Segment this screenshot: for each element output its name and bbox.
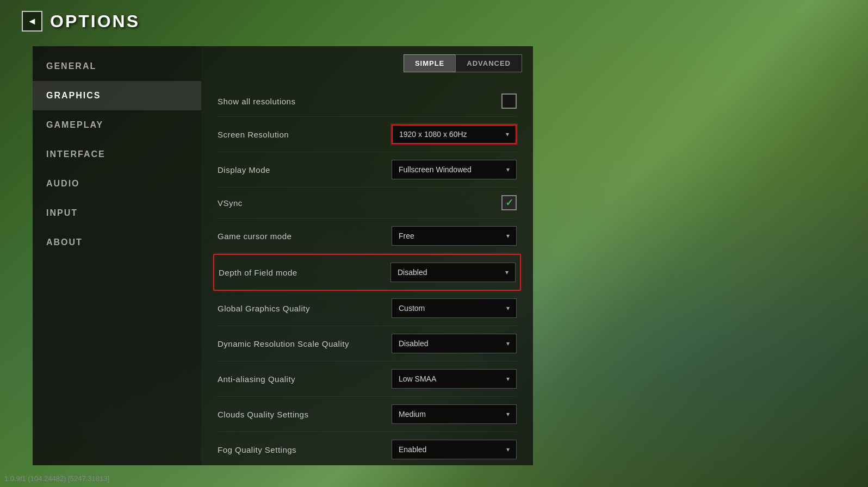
setting-row-game-cursor-mode: Game cursor modeFree▾ (218, 218, 517, 254)
setting-control-screen-resolution[interactable]: 1920 x 1080 x 60Hz▾ (392, 124, 517, 144)
setting-control-global-graphics-quality[interactable]: Custom▾ (392, 298, 517, 318)
sidebar-item-audio[interactable]: AUDIO (33, 169, 201, 198)
dropdown-value-anti-aliasing-quality: Low SMAA (399, 374, 436, 383)
setting-label-screen-resolution: Screen Resolution (218, 130, 289, 139)
setting-control-anti-aliasing-quality[interactable]: Low SMAA▾ (392, 369, 517, 389)
chevron-down-icon: ▾ (506, 232, 510, 240)
setting-control-display-mode[interactable]: Fullscreen Windowed▾ (392, 160, 517, 179)
dropdown-screen-resolution[interactable]: 1920 x 1080 x 60Hz▾ (392, 124, 517, 144)
setting-label-depth-of-field-mode: Depth of Field mode (219, 268, 297, 277)
setting-control-vsync[interactable]: ✓ (501, 195, 517, 210)
setting-label-show-all-resolutions: Show all resolutions (218, 97, 295, 106)
title-bar: ◄ OPTIONS (22, 11, 140, 32)
chevron-down-icon: ▾ (506, 410, 510, 418)
sidebar-item-gameplay[interactable]: GAMEPLAY (33, 110, 201, 140)
sidebar-item-input[interactable]: INPUT (33, 198, 201, 228)
setting-control-game-cursor-mode[interactable]: Free▾ (392, 226, 517, 246)
dropdown-global-graphics-quality[interactable]: Custom▾ (392, 298, 517, 318)
setting-row-dynamic-resolution-scale-quality: Dynamic Resolution Scale QualityDisabled… (218, 326, 517, 361)
setting-row-fog-quality-settings: Fog Quality SettingsEnabled▾ (218, 432, 517, 465)
sidebar-item-graphics[interactable]: GRAPHICS (33, 81, 201, 110)
dropdown-dynamic-resolution-scale-quality[interactable]: Disabled▾ (392, 334, 517, 353)
dropdown-clouds-quality-settings[interactable]: Medium▾ (392, 404, 517, 424)
dropdown-value-dynamic-resolution-scale-quality: Disabled (399, 339, 428, 348)
dropdown-game-cursor-mode[interactable]: Free▾ (392, 226, 517, 246)
chevron-down-icon: ▾ (506, 130, 509, 138)
back-button[interactable]: ◄ (22, 11, 42, 32)
checkmark-icon: ✓ (505, 197, 513, 209)
dropdown-fog-quality-settings[interactable]: Enabled▾ (392, 440, 517, 459)
setting-row-screen-resolution: Screen Resolution1920 x 1080 x 60Hz▾ (218, 117, 517, 152)
chevron-down-icon: ▾ (506, 375, 510, 383)
chevron-down-icon: ▾ (506, 304, 510, 312)
tab-advanced[interactable]: ADVANCED (455, 54, 522, 72)
checkbox-show-all-resolutions[interactable] (501, 93, 517, 109)
setting-label-clouds-quality-settings: Clouds Quality Settings (218, 410, 308, 419)
tab-simple[interactable]: SIMPLE (404, 54, 455, 72)
sidebar: GENERALGRAPHICSGAMEPLAYINTERFACEAUDIOINP… (33, 46, 201, 465)
sidebar-item-general[interactable]: GENERAL (33, 52, 201, 81)
chevron-down-icon: ▾ (506, 340, 510, 347)
checkbox-vsync[interactable]: ✓ (501, 195, 517, 210)
main-panel: GENERALGRAPHICSGAMEPLAYINTERFACEAUDIOINP… (33, 46, 533, 465)
dropdown-value-depth-of-field-mode: Disabled (398, 268, 427, 277)
setting-row-display-mode: Display ModeFullscreen Windowed▾ (218, 152, 517, 188)
settings-scroll[interactable]: Show all resolutionsScreen Resolution192… (201, 80, 533, 465)
setting-label-anti-aliasing-quality: Anti-aliasing Quality (218, 374, 295, 384)
dropdown-value-clouds-quality-settings: Medium (399, 410, 426, 419)
setting-row-show-all-resolutions: Show all resolutions (218, 86, 517, 117)
setting-label-display-mode: Display Mode (218, 165, 270, 174)
setting-label-vsync: VSync (218, 198, 243, 208)
dropdown-value-display-mode: Fullscreen Windowed (399, 165, 472, 174)
content-panel: SIMPLEADVANCED Show all resolutionsScree… (201, 46, 533, 465)
setting-control-show-all-resolutions[interactable] (501, 93, 517, 109)
setting-label-fog-quality-settings: Fog Quality Settings (218, 445, 296, 454)
back-icon: ◄ (27, 16, 37, 27)
setting-control-dynamic-resolution-scale-quality[interactable]: Disabled▾ (392, 334, 517, 353)
sidebar-item-interface[interactable]: INTERFACE (33, 140, 201, 169)
version-label: 1.0.9f1 (104.24482) [5247.31813] (4, 474, 109, 483)
setting-row-vsync: VSync✓ (218, 188, 517, 218)
tabs-header: SIMPLEADVANCED (201, 46, 533, 80)
chevron-down-icon: ▾ (506, 166, 510, 173)
dropdown-display-mode[interactable]: Fullscreen Windowed▾ (392, 160, 517, 179)
dropdown-value-global-graphics-quality: Custom (399, 304, 425, 313)
setting-label-game-cursor-mode: Game cursor mode (218, 232, 292, 241)
setting-control-fog-quality-settings[interactable]: Enabled▾ (392, 440, 517, 459)
dropdown-value-game-cursor-mode: Free (399, 232, 414, 240)
setting-label-global-graphics-quality: Global Graphics Quality (218, 304, 310, 313)
setting-control-clouds-quality-settings[interactable]: Medium▾ (392, 404, 517, 424)
setting-row-depth-of-field-mode: Depth of Field modeDisabled▾ (213, 254, 521, 291)
sidebar-item-about[interactable]: ABOUT (33, 228, 201, 257)
dropdown-depth-of-field-mode[interactable]: Disabled▾ (390, 263, 516, 282)
setting-row-anti-aliasing-quality: Anti-aliasing QualityLow SMAA▾ (218, 361, 517, 397)
chevron-down-icon: ▾ (506, 446, 510, 453)
setting-row-global-graphics-quality: Global Graphics QualityCustom▾ (218, 291, 517, 326)
chevron-down-icon: ▾ (505, 269, 509, 276)
setting-row-clouds-quality-settings: Clouds Quality SettingsMedium▾ (218, 397, 517, 432)
setting-label-dynamic-resolution-scale-quality: Dynamic Resolution Scale Quality (218, 339, 349, 348)
dropdown-value-fog-quality-settings: Enabled (399, 445, 426, 454)
dropdown-anti-aliasing-quality[interactable]: Low SMAA▾ (392, 369, 517, 389)
setting-control-depth-of-field-mode[interactable]: Disabled▾ (390, 263, 516, 282)
dropdown-value-screen-resolution: 1920 x 1080 x 60Hz (399, 130, 467, 139)
page-title: OPTIONS (50, 11, 140, 32)
